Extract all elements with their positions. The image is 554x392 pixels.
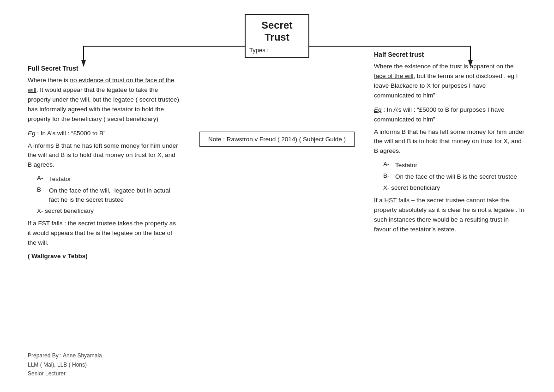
note-box: Note : Rawstron v Freud ( 2014) ( Subjec… <box>199 132 355 147</box>
left-case-bold: ( Wallgrave v Tebbs) <box>28 253 88 259</box>
footer: Prepared By : Anne Shyamala LLM ( Mal), … <box>28 351 102 378</box>
right-list: A- Testator B- On the face of the will B… <box>374 161 526 181</box>
left-case-cite: ( Wallgrave v Tebbs) <box>28 252 180 261</box>
right-para1: Where the existence of the trust is appa… <box>374 62 526 101</box>
right-eg-text: : In A’s will : “£5000 to B for purposes… <box>374 106 504 123</box>
center-box-subtitle: Types : <box>249 47 305 54</box>
right-column: Half Secret trust Where the existence of… <box>374 51 526 238</box>
left-para2: A informs B that he has left some money … <box>28 141 180 170</box>
right-eg-label: Eg : In A’s will : “£5000 to B for purpo… <box>374 105 526 125</box>
left-column: Full Secret Trust Where there is no evid… <box>28 65 180 266</box>
right-list-text-a: Testator <box>395 161 526 170</box>
footer-line3: Senior Lecturer <box>28 369 102 378</box>
note-text: Note : Rawstron v Freud ( 2014) ( Subjec… <box>208 136 346 143</box>
list-item: B- On the face of the will, -legatee but… <box>28 186 180 205</box>
list-item: A- Testator <box>28 175 180 184</box>
left-eg-label: Eg : In A's will : “£5000 to B” <box>28 129 180 139</box>
list-item: B- On the face of the will B is the secr… <box>374 172 526 181</box>
right-fail-line: If a HST fails – the secret trustee cann… <box>374 196 526 235</box>
left-para1-plain1: Where there is <box>28 77 70 84</box>
right-section-title: Half Secret trust <box>374 51 526 58</box>
right-list-label-a: A- <box>383 161 392 170</box>
list-text-a: Testator <box>49 175 180 184</box>
center-box-title: Secret Trust <box>249 19 305 44</box>
left-para1: Where there is no evidence of trust on t… <box>28 76 180 124</box>
right-x-item: X- secret beneficiary <box>374 184 526 191</box>
right-list-label-b: B- <box>383 172 392 181</box>
left-fail-prefix: If a FST fails <box>28 220 63 227</box>
left-section-title: Full Secret Trust <box>28 65 180 72</box>
footer-line2: LLM ( Mal), LLB ( Hons) <box>28 361 102 369</box>
footer-line1: Prepared By : Anne Shyamala <box>28 351 102 360</box>
page: Secret Trust Types : Note : Rawstron v F… <box>0 0 554 392</box>
left-para1-plain2: . It would appear that the legatee to ta… <box>28 86 179 122</box>
left-x-item: X- secret beneficiary <box>28 207 180 214</box>
list-item: A- Testator <box>374 161 526 170</box>
right-para2: A informs B that he has left some money … <box>374 127 526 157</box>
left-eg-italic: Eg <box>28 130 36 137</box>
right-para1-plain1: Where <box>374 63 394 70</box>
right-eg-italic: Eg <box>374 106 382 113</box>
list-label-b: B- <box>37 186 46 205</box>
left-list: A- Testator B- On the face of the will, … <box>28 175 180 205</box>
center-box: Secret Trust Types : <box>245 14 309 58</box>
list-label-a: A- <box>37 175 46 184</box>
right-fail-prefix: If a HST fails <box>374 197 409 204</box>
list-text-b: On the face of the will, -legatee but in… <box>49 186 180 205</box>
left-fail-line: If a FST fails : the secret trustee take… <box>28 219 180 248</box>
left-eg-text: : In A's will : “£5000 to B” <box>36 130 106 137</box>
right-list-text-b: On the face of the will B is the secret … <box>395 172 526 181</box>
